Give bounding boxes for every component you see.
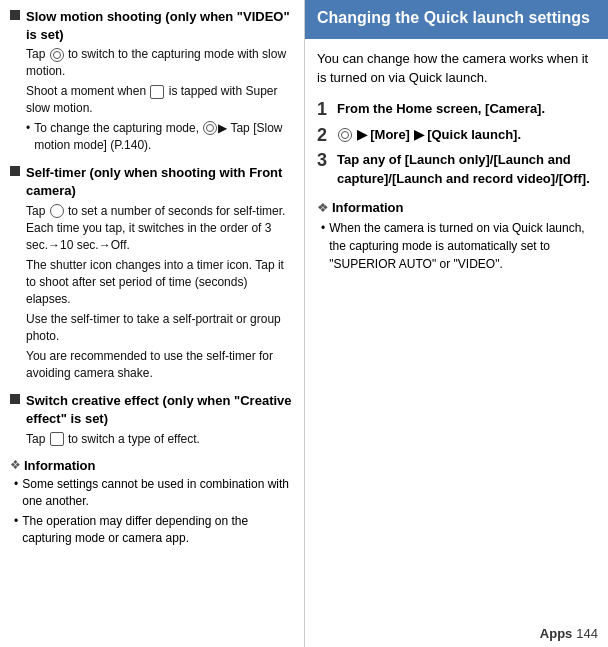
section-bullet-icon-3 [10, 394, 20, 404]
section-title-self-timer: Self-timer (only when shooting with Fron… [26, 164, 292, 199]
info-diamond-icon: ❖ [10, 458, 21, 472]
slow-motion-text-2: Shoot a moment when is tapped with Super… [26, 83, 292, 118]
settings-icon-right [338, 128, 352, 142]
self-timer-text-3: Use the self-timer to take a self-portra… [26, 311, 292, 346]
step-1: 1 From the Home screen, [Camera]. [317, 100, 596, 120]
right-info-section: ❖ Information • When the camera is turne… [317, 200, 596, 273]
footer: Apps 144 [540, 626, 598, 641]
right-header-title: Changing the Quick launch settings [317, 9, 590, 26]
right-info-body: • When the camera is turned on via Quick… [317, 219, 596, 273]
self-timer-text-2: The shutter icon changes into a timer ic… [26, 257, 292, 309]
section-title-creative: Switch creative effect (only when "Creat… [26, 392, 292, 427]
step-3: 3 Tap any of [Launch only]/[Launch and c… [317, 151, 596, 187]
section-body-creative: Tap to switch a type of effect. [10, 431, 292, 448]
footer-page-number: 144 [576, 626, 598, 641]
right-content: You can change how the camera works when… [305, 39, 608, 647]
numbered-steps: 1 From the Home screen, [Camera]. 2 ▶ [M… [317, 100, 596, 188]
section-bullet-icon [10, 10, 20, 20]
step-3-number: 3 [317, 151, 337, 171]
slow-motion-text-1: Tap to switch to the capturing mode with… [26, 46, 292, 81]
right-info-diamond-icon: ❖ [317, 200, 329, 215]
section-body-slow-motion: Tap to switch to the capturing mode with… [10, 46, 292, 154]
creative-text-1: Tap to switch a type of effect. [26, 431, 292, 448]
slow-motion-bullet-1: • To change the capturing mode, ▶ Tap [S… [26, 120, 292, 155]
right-info-bullet-1: • When the camera is turned on via Quick… [321, 219, 596, 273]
right-info-title: Information [332, 200, 404, 215]
step-3-text: Tap any of [Launch only]/[Launch and cap… [337, 151, 596, 187]
settings-icon [50, 48, 64, 62]
left-info-bullet-1: • Some settings cannot be used in combin… [14, 476, 292, 511]
footer-apps-label: Apps [540, 626, 573, 641]
left-info-section: ❖ Information • Some settings cannot be … [10, 458, 292, 548]
filter-icon [50, 432, 64, 446]
section-title-slow-motion: Slow motion shooting (only when "VIDEO" … [26, 8, 292, 43]
left-column: Slow motion shooting (only when "VIDEO" … [0, 0, 305, 647]
step-2-number: 2 [317, 126, 337, 146]
timer-icon [50, 204, 64, 218]
step-1-number: 1 [317, 100, 337, 120]
self-timer-text-1: Tap to set a number of seconds for self-… [26, 203, 292, 255]
right-column: Changing the Quick launch settings You c… [305, 0, 608, 647]
section-creative-effect: Switch creative effect (only when "Creat… [10, 392, 292, 447]
left-info-bullet-2: • The operation may differ depending on … [14, 513, 292, 548]
step-2: 2 ▶ [More] ▶ [Quick launch]. [317, 126, 596, 146]
self-timer-text-4: You are recommended to use the self-time… [26, 348, 292, 383]
step-2-text: ▶ [More] ▶ [Quick launch]. [337, 126, 596, 144]
section-body-self-timer: Tap to set a number of seconds for self-… [10, 203, 292, 383]
step-1-text: From the Home screen, [Camera]. [337, 100, 596, 118]
right-header: Changing the Quick launch settings [305, 0, 608, 39]
section-self-timer: Self-timer (only when shooting with Fron… [10, 164, 292, 382]
camera-icon [150, 85, 164, 99]
section-slow-motion: Slow motion shooting (only when "VIDEO" … [10, 8, 292, 154]
left-info-title: Information [24, 458, 96, 473]
right-intro-text: You can change how the camera works when… [317, 49, 596, 88]
left-info-body: • Some settings cannot be used in combin… [10, 476, 292, 548]
section-bullet-icon-2 [10, 166, 20, 176]
settings-icon-2 [203, 121, 217, 135]
